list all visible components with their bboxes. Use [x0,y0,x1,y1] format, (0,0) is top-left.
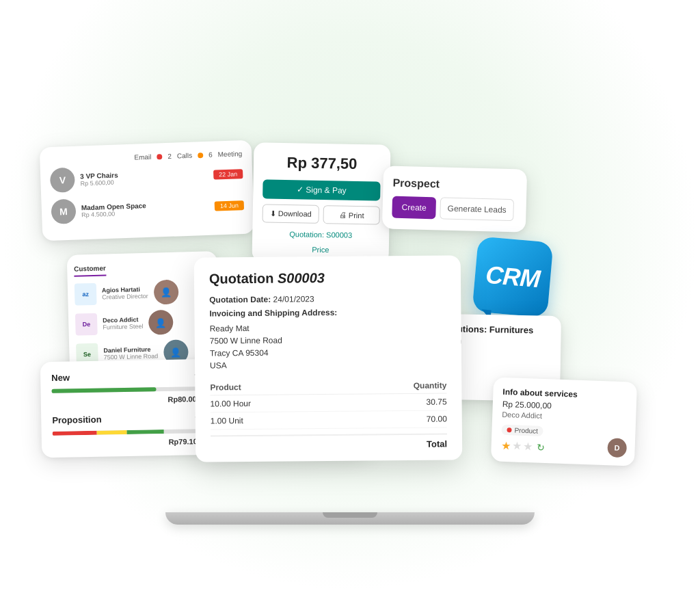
address-heading: Invoicing and Shipping Address: [209,308,337,319]
print-button[interactable]: 🖨 Print [323,205,379,224]
bar-segment-red [53,431,97,436]
customer-row-1: az Agios Hartati Creative Director 👤 [75,278,212,306]
crm-label: CRM [485,261,541,294]
activity-info-2: Madam Open Space Rp 4.500,00 [81,199,210,218]
cust-detail-2: Furniture Steel [103,323,143,331]
col-proposition-title: Proposition [52,414,101,425]
create-button[interactable]: Create [392,196,436,220]
activity-row-1: V 3 VP Chairs Rp 5.600,00 22 Jan [50,161,243,193]
info-tag-label: Product [514,426,538,434]
table-row: 1.00 Unit 70.00 [211,410,447,430]
cust-info-2: Deco Addict Furniture Steel [103,316,144,331]
quotation-title: Quotation S00003 [209,269,446,287]
activity-bars-2: 14 Jun [215,200,244,211]
new-bar-track [52,386,201,393]
info-services-card: Info about services Rp 25.000,00 Deco Ad… [491,377,637,466]
info-stars: ★ ★ ★ ↻ [500,439,625,456]
activity-bars-1: 22 Jan [213,169,243,179]
customer-header: Customer [74,264,106,276]
date-value: 24/01/2023 [273,294,314,304]
invoice-btn-row: ⬇ Download 🖨 Print [262,204,379,224]
info-refresh-icon: ↻ [536,441,545,452]
row1-quantity: 30.75 [340,393,447,411]
email-count: 2 [167,153,172,160]
row1-product: 10.00 Hour [210,394,340,412]
activity-row-2: M Madam Open Space Rp 4.500,00 14 Jun [51,193,244,224]
info-title: Info about services [502,387,627,401]
quotation-card: Quotation S00003 Quotation Date: 24/01/2… [194,255,463,462]
info-star-1: ★ [500,439,511,452]
bar-segment-green [127,430,165,434]
email-dot [157,154,162,159]
quotation-total: Total [211,433,447,451]
address-line-4: USA [210,357,446,371]
row2-quantity: 70.00 [340,410,447,428]
avatar-2: M [51,199,76,224]
price-link[interactable]: Price [262,244,379,254]
laptop-base [165,512,535,525]
info-tag-dot [507,427,511,432]
calls-count: 6 [208,151,213,159]
prospect-title: Prospect [392,177,517,193]
proposition-bar-multi [53,429,202,436]
download-button[interactable]: ⬇ Download [262,204,319,223]
proposition-bar-track [53,429,202,436]
meeting-label: Meeting [217,150,242,158]
sign-pay-button[interactable]: ✓ Sign & Pay [262,180,380,201]
calls-dot [198,153,203,158]
quotation-id: S00003 [278,270,325,286]
new-bar-fill [52,387,157,393]
email-label: Email [134,153,151,161]
address-label: Invoicing and Shipping Address: [209,306,446,318]
proposition-amount: Rp79.100 [53,437,202,448]
cust-photo-2: 👤 [148,310,174,335]
date-label: Quotation Date: [209,295,271,305]
invoice-card: Rp 377,50 ✓ Sign & Pay ⬇ Download 🖨 Prin… [252,142,390,264]
generate-leads-button[interactable]: Generate Leads [440,197,514,221]
info-star-2: ★ [511,439,522,452]
calls-label: Calls [177,152,193,160]
cust-info-1: Agios Hartati Creative Director [102,286,148,301]
bar-orange-2: 14 Jun [215,200,244,211]
col-new-title: New [51,372,70,382]
info-tag: Product [501,425,543,436]
col-product: Product [210,379,340,395]
info-star-3: ★ [522,440,533,453]
quotation-date-field: Quotation Date: 24/01/2023 [209,293,446,304]
crm-badge: CRM [472,236,553,317]
quotation-address: Ready Mat 7500 W Linne Road Tracy CA 953… [210,320,447,371]
activity-card: Email 2 Calls 6 Meeting V 3 VP Chairs Rp… [40,140,255,241]
quotation-link[interactable]: Quotation: S00003 [262,229,379,239]
bar-segment-yellow [97,430,127,435]
cust-logo-1: az [75,283,97,306]
new-amount: Rp80.000 [52,395,201,406]
col-quantity: Quantity [340,378,446,394]
cust-photo-1: 👤 [153,280,178,305]
pipeline-col-new: New + Rp80.000 [51,369,201,406]
pipeline-col-new-header: New + [51,369,200,384]
pipeline-col-proposition: Proposition + Rp79.100 [52,411,202,448]
invoice-amount: Rp 377,50 [263,154,381,174]
table-row: 10.00 Hour 30.75 [210,393,446,412]
cust-info-3: Daniel Furniture 7500 W Linne Road [103,345,158,360]
prospect-card: Prospect Create Generate Leads [382,166,527,232]
prospect-btn-row: Create Generate Leads [392,196,517,222]
pipeline-col-proposition-header: Proposition + [52,411,201,426]
avatar-1: V [50,168,75,193]
cust-logo-2: De [75,313,98,336]
row2-product: 1.00 Unit [211,411,340,430]
bar-red-1: 22 Jan [213,169,243,179]
customer-row-2: De Deco Addict Furniture Steel 👤 [75,308,213,337]
activity-info-1: 3 VP Chairs Rp 5.600,00 [80,168,208,187]
cust-detail-1: Creative Director [102,293,148,301]
laptop-notch [323,512,377,518]
quotation-table: Product Quantity 10.00 Hour 30.75 1.00 U… [210,378,447,430]
